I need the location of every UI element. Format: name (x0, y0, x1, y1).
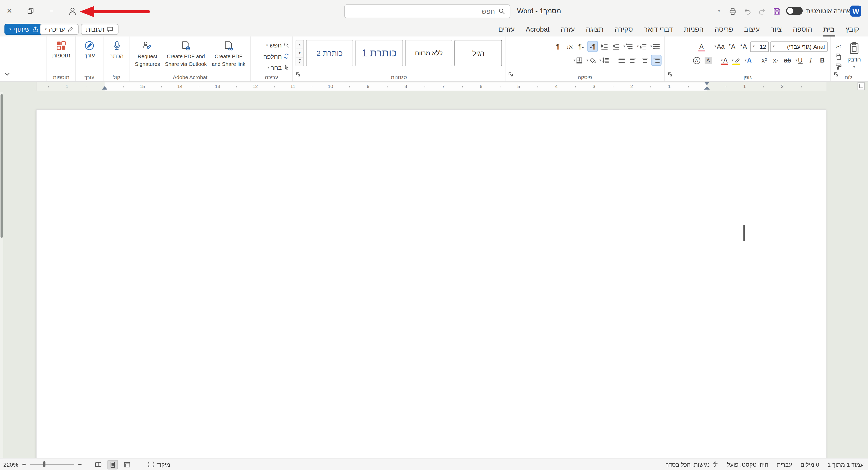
word-count[interactable]: 0 מילים (801, 461, 819, 468)
character-shading-button[interactable]: A (703, 55, 713, 66)
scrollbar-thumb[interactable] (1, 94, 3, 238)
quick-access-chevron-icon[interactable]: ▾ (714, 4, 724, 18)
find-button[interactable]: חפש ▾ (265, 40, 290, 50)
shrink-font-button[interactable]: A▾ (727, 41, 737, 52)
tab-layout[interactable]: פריסה (709, 22, 739, 36)
style-no-spacing[interactable]: ללא מרווח (405, 40, 453, 66)
strikethrough-button[interactable]: ab (782, 55, 793, 66)
paragraph-dialog-launcher[interactable] (508, 69, 513, 79)
hanging-indent-marker[interactable] (704, 86, 710, 90)
styles-dialog-launcher[interactable] (296, 69, 301, 79)
tab-insert[interactable]: הוספה (787, 22, 818, 36)
zoom-slider-thumb[interactable] (43, 461, 45, 467)
create-pdf-share-outlook-button[interactable]: Create PDF and Share via Outlook (164, 36, 208, 71)
font-name-select[interactable]: Arial (גוף עברי) ▾ (770, 41, 827, 52)
font-dialog-launcher[interactable] (668, 69, 673, 79)
replace-button[interactable]: החלפה (262, 52, 291, 61)
sort-button[interactable]: א↓ (564, 41, 575, 52)
autosave-toggle[interactable] (786, 7, 803, 15)
styles-gallery-expand-button[interactable]: ▾ (296, 58, 303, 66)
styles-scroll-down-button[interactable]: ▾ (296, 49, 303, 58)
tab-draw[interactable]: ציור (765, 22, 787, 36)
tab-addons[interactable]: עזרים (493, 22, 520, 36)
text-highlight-button[interactable]: ▾ (731, 55, 742, 66)
tab-stop-selector[interactable] (858, 82, 865, 90)
close-window-button[interactable]: ✕ (2, 4, 17, 18)
text-effects-button[interactable]: A▾ (743, 55, 753, 66)
line-spacing-button[interactable]: ▾ (598, 55, 611, 66)
vertical-scrollbar[interactable] (0, 92, 3, 458)
decrease-indent-button[interactable] (611, 41, 621, 52)
web-layout-button[interactable] (122, 460, 132, 469)
select-button[interactable]: בחר ▾ (266, 63, 290, 72)
accessibility-status[interactable]: נגישות: הכל בסדר (666, 461, 719, 468)
tab-file[interactable]: קובץ (840, 22, 865, 36)
increase-indent-button[interactable] (599, 41, 610, 52)
tab-home[interactable]: בית (818, 22, 840, 36)
tab-review[interactable]: סקירה (609, 22, 638, 36)
redo-button[interactable] (756, 4, 768, 18)
editor-button[interactable]: עורך (76, 36, 103, 71)
clear-formatting-button[interactable]: A (696, 41, 707, 52)
italic-button[interactable]: I (805, 55, 816, 66)
ltr-text-direction-button[interactable]: ▸¶ (576, 41, 586, 52)
zoom-level[interactable]: 220% (3, 461, 18, 468)
tab-view[interactable]: תצוגה (580, 22, 609, 36)
cut-button[interactable]: ✂ (833, 41, 843, 52)
page-indicator[interactable]: עמוד 1 מתוך 1 (828, 461, 864, 468)
undo-button[interactable] (741, 4, 753, 18)
align-right-button[interactable] (651, 55, 661, 66)
grow-font-button[interactable]: A▴ (739, 41, 749, 52)
tab-references[interactable]: הפניות (678, 22, 709, 36)
restore-window-button[interactable] (23, 4, 37, 18)
document-page[interactable] (36, 109, 827, 458)
horizontal-ruler[interactable]: 115141312111098765432112 (0, 82, 868, 91)
minimize-window-button[interactable]: − (44, 4, 59, 18)
read-mode-button[interactable] (93, 460, 103, 469)
zoom-out-button[interactable]: − (78, 461, 82, 468)
search-box[interactable] (344, 4, 510, 18)
font-color-button[interactable]: A ▾ (719, 55, 729, 66)
shading-button[interactable]: ▾ (586, 55, 597, 66)
style-heading1[interactable]: כותרת 1 (355, 40, 403, 66)
show-formatting-marks-button[interactable]: ¶ (553, 41, 563, 52)
collapse-ribbon-button[interactable] (4, 69, 10, 78)
zoom-in-button[interactable]: + (22, 461, 26, 468)
borders-button[interactable]: ▾ (572, 55, 584, 66)
enclose-characters-button[interactable]: A (691, 55, 702, 66)
search-input[interactable] (349, 7, 495, 15)
addins-button[interactable]: תוספות (47, 36, 75, 71)
style-heading2[interactable]: כותרת 2 (306, 40, 353, 66)
comments-button[interactable]: תגובות (81, 24, 118, 35)
tab-acrobat[interactable]: Acrobat (520, 22, 555, 36)
styles-scroll-up-button[interactable]: ▴ (296, 40, 303, 49)
style-normal[interactable]: רגיל (455, 40, 502, 66)
language-indicator[interactable]: עברית (777, 461, 792, 468)
focus-mode-button[interactable]: מיקוד (148, 461, 170, 468)
create-pdf-share-link-button[interactable]: Create PDF and Share link (209, 36, 248, 71)
zoom-slider[interactable] (30, 464, 74, 465)
superscript-button[interactable]: x² (759, 55, 769, 66)
print-layout-button[interactable] (107, 460, 118, 469)
multilevel-list-button[interactable]: ▾ (622, 41, 634, 52)
save-button[interactable] (771, 4, 783, 18)
clipboard-dialog-launcher[interactable] (834, 69, 839, 79)
dictate-button[interactable]: הכתב (103, 36, 129, 71)
rtl-text-direction-button[interactable]: ¶◂ (588, 41, 598, 52)
font-size-select[interactable]: 12 ▾ (750, 41, 769, 52)
underline-button[interactable]: U▾ (794, 55, 804, 66)
align-left-button[interactable] (628, 55, 638, 66)
first-line-indent-marker[interactable] (704, 82, 710, 85)
text-predictions-indicator[interactable]: חיזוי טקסט: פועל (727, 461, 768, 468)
tab-help[interactable]: עזרה (555, 22, 580, 36)
align-center-button[interactable] (640, 55, 650, 66)
numbering-button[interactable]: ▾ (636, 41, 648, 52)
copy-button[interactable] (833, 51, 843, 62)
share-button[interactable]: שיתוף ▾ (4, 24, 43, 35)
tab-mailings[interactable]: דברי דואר (638, 22, 678, 36)
change-case-button[interactable]: Aa▾ (713, 41, 726, 52)
justify-button[interactable] (616, 55, 627, 66)
left-indent-marker[interactable] (102, 86, 107, 90)
paste-button[interactable]: הדבק ▾ (844, 37, 865, 72)
bullets-button[interactable]: ▾ (649, 41, 661, 52)
